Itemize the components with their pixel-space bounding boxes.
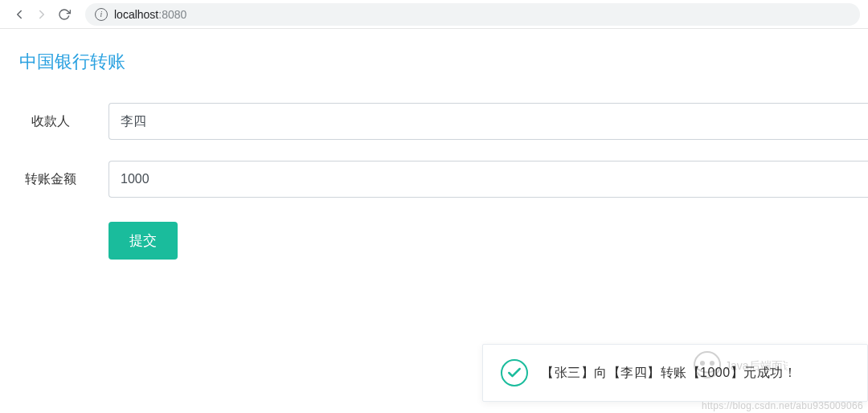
page-title: 中国银行转账	[0, 32, 868, 82]
check-icon	[501, 359, 528, 386]
forward-button[interactable]	[31, 3, 53, 26]
amount-label: 转账金额	[0, 171, 108, 188]
reload-button[interactable]	[53, 3, 76, 26]
toast-message: 【张三】向【李四】转账【1000】元成功！	[541, 365, 796, 382]
url-host: localhost	[114, 8, 158, 21]
site-info-icon[interactable]: i	[95, 8, 108, 21]
page-content: 中国银行转账 收款人 转账金额 提交	[0, 29, 868, 260]
amount-input[interactable]	[108, 161, 868, 198]
back-button[interactable]	[8, 3, 31, 26]
payee-row: 收款人	[0, 103, 868, 140]
url-port: :8080	[158, 8, 186, 21]
submit-button[interactable]: 提交	[108, 222, 178, 260]
address-bar[interactable]: i localhost:8080	[85, 3, 860, 26]
browser-toolbar: i localhost:8080	[0, 0, 868, 29]
submit-row: 提交	[0, 222, 868, 260]
watermark-url: https://blog.csdn.net/abu935009066	[702, 400, 863, 411]
payee-label: 收款人	[0, 113, 108, 130]
success-toast: 【张三】向【李四】转账【1000】元成功！	[482, 344, 868, 402]
amount-row: 转账金额	[0, 161, 868, 198]
payee-input[interactable]	[108, 103, 868, 140]
